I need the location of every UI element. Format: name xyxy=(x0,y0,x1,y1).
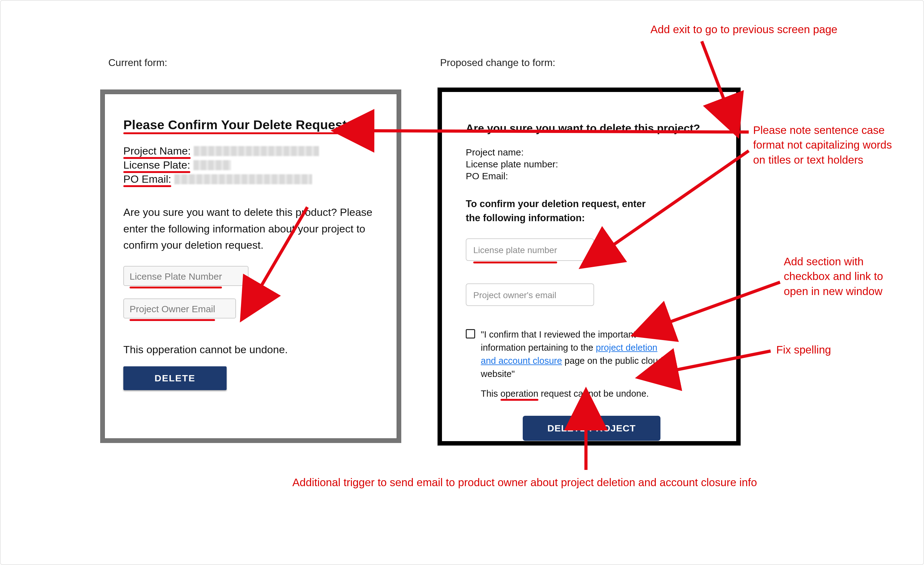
current-form-panel: Please Confirm Your Delete Request Proje… xyxy=(100,90,401,443)
delete-project-button[interactable]: DELETE PROJECT xyxy=(523,416,660,441)
current-form-title: Please Confirm Your Delete Request xyxy=(123,118,378,132)
pf-confirm-heading: To confirm your deletion request, enter … xyxy=(466,197,660,225)
current-body-text: Are you sure you want to delete this pro… xyxy=(123,204,378,253)
license-plate-row: License Plate: xyxy=(123,159,378,171)
pf-license-plate-input[interactable]: License plate number xyxy=(466,238,594,261)
proposed-form-heading: Proposed change to form: xyxy=(440,57,555,69)
project-owner-email-placeholder: Project Owner Email xyxy=(130,299,215,319)
po-email-label: PO Email: xyxy=(123,173,171,185)
close-icon[interactable]: ✕ xyxy=(712,104,721,114)
pf-po-email-label: PO Email: xyxy=(466,171,717,181)
current-title-text: Please Confirm Your Delete Request xyxy=(123,118,347,132)
confirm-checkbox-text: "I confirm that I reviewed the important… xyxy=(481,328,666,381)
license-plate-label: License Plate: xyxy=(123,159,190,171)
pf-confirm-checkbox-row: "I confirm that I reviewed the important… xyxy=(466,328,666,381)
po-email-row: PO Email: xyxy=(123,173,378,185)
project-name-label: Project Name: xyxy=(123,145,190,157)
current-form-heading: Current form: xyxy=(108,57,167,69)
annot-trigger: Additional trigger to send email to prod… xyxy=(292,475,757,490)
project-owner-email-input[interactable]: Project Owner Email xyxy=(123,298,236,318)
pf-project-owner-email-input[interactable]: Project owner's email xyxy=(466,283,594,306)
pf-warn-word: operation xyxy=(501,388,538,399)
pf-warning-text: This operation request cannot be undone. xyxy=(481,388,717,399)
annot-checkbox: Add section with checkbox and link to op… xyxy=(784,254,906,298)
license-plate-redacted xyxy=(194,160,231,170)
license-plate-placeholder: License Plate Number xyxy=(130,267,222,286)
current-warning-text: This opperation cannot be undone. xyxy=(123,343,378,356)
annot-spelling: Fix spelling xyxy=(776,342,831,357)
annot-exit: Add exit to go to previous screen page xyxy=(650,22,837,37)
pf-warn-pre: This xyxy=(481,388,501,399)
project-name-redacted xyxy=(194,146,319,156)
comparison-document: Current form: Proposed change to form: P… xyxy=(0,0,924,565)
annot-sentence-case: Please note sentence case format not cap… xyxy=(753,123,900,167)
confirm-checkbox[interactable] xyxy=(466,329,475,339)
license-plate-input[interactable]: License Plate Number xyxy=(123,266,249,286)
po-email-redacted xyxy=(174,174,312,184)
pf-license-plate-placeholder: License plate number xyxy=(473,239,557,262)
pf-license-plate-label: License plate number: xyxy=(466,159,717,169)
pf-warn-post: request cannot be undone. xyxy=(538,388,649,399)
proposed-form-panel: ✕ Are you sure you want to delete this p… xyxy=(438,88,741,445)
project-name-row: Project Name: xyxy=(123,145,378,157)
pf-project-name-label: Project name: xyxy=(466,147,717,158)
proposed-form-title: Are you sure you want to delete this pro… xyxy=(466,122,717,135)
delete-button[interactable]: DELETE xyxy=(123,366,226,390)
